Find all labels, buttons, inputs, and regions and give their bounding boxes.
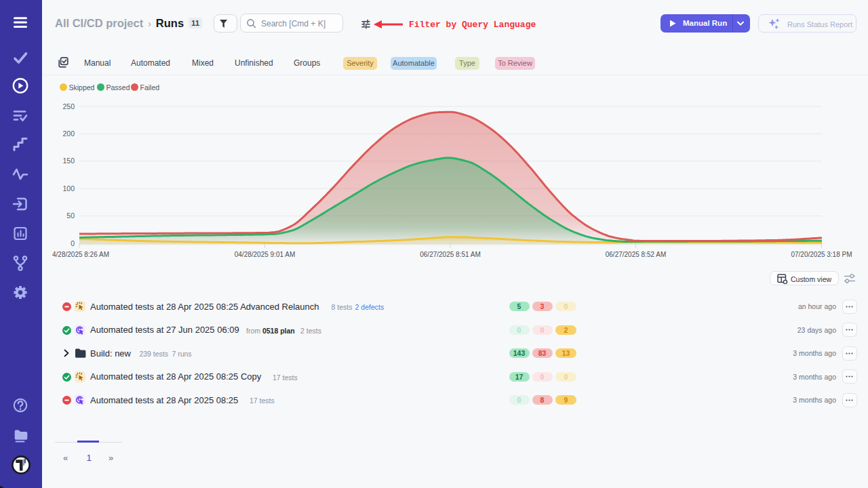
svg-text:06/27/2025 8:51 AM: 06/27/2025 8:51 AM xyxy=(420,251,481,258)
svg-text:0: 0 xyxy=(71,239,75,247)
svg-text:200: 200 xyxy=(62,129,75,138)
svg-text:04/28/2025 9:01 AM: 04/28/2025 9:01 AM xyxy=(235,251,296,258)
svg-text:250: 250 xyxy=(62,102,75,110)
svg-text:50: 50 xyxy=(66,211,75,220)
svg-text:06/27/2025 8:52 AM: 06/27/2025 8:52 AM xyxy=(606,251,667,258)
svg-text:100: 100 xyxy=(62,184,75,192)
svg-text:4/28/2025 8:26 AM: 4/28/2025 8:26 AM xyxy=(52,251,109,258)
svg-text:150: 150 xyxy=(62,157,75,165)
svg-text:07/20/2025 3:18 PM: 07/20/2025 3:18 PM xyxy=(791,251,852,258)
